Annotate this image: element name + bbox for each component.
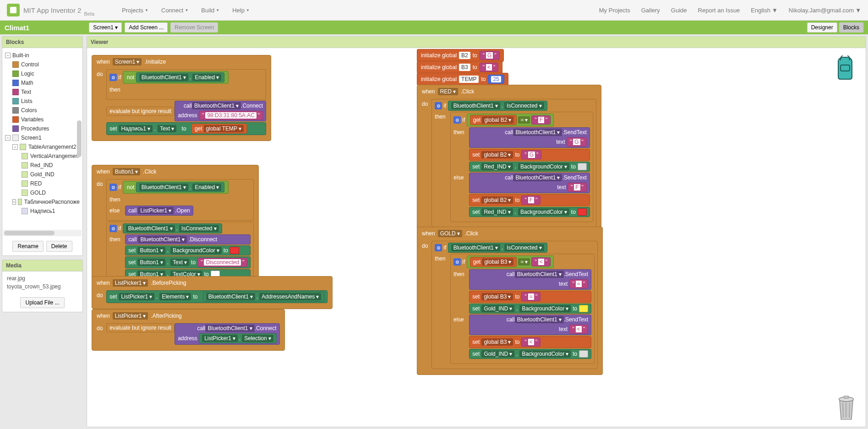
tree-nadpis1[interactable]: Надпись1 — [4, 206, 81, 216]
project-name: Climat1 — [5, 24, 29, 32]
tree-hscrollbar[interactable] — [3, 230, 82, 236]
menu-language[interactable]: English▼ — [751, 7, 778, 14]
designer-button[interactable]: Designer — [807, 22, 837, 33]
media-panel-header: Media — [2, 260, 82, 272]
block-red-click[interactable]: when RED ▾ .Click do ⚙ if BluetoothClien… — [417, 85, 601, 233]
tree-procedures[interactable]: Procedures — [4, 124, 81, 133]
menu-report[interactable]: Report an Issue — [698, 7, 740, 14]
blocks-tree[interactable]: −Built-in Control Logic Math Text Lists … — [2, 48, 82, 229]
tree-goldind[interactable]: Gold_IND — [4, 170, 81, 179]
tree-scrollbar-thumb[interactable] — [77, 120, 82, 157]
app-title: MIT App Inventor 2 — [23, 6, 81, 14]
block-init-b2[interactable]: initialize global B2 to " G " — [417, 49, 504, 62]
tree-math[interactable]: Math — [4, 78, 81, 87]
tree-text[interactable]: Text — [4, 87, 81, 97]
block-listpicker-afterpicking[interactable]: when ListPicker1 ▾ .AfterPicking do eval… — [92, 309, 285, 351]
menu-gallery[interactable]: Gallery — [641, 7, 660, 14]
upload-file-button[interactable]: Upload File ... — [20, 297, 64, 308]
main-menu: Projects▼ Connect▼ Build▼ Help▼ — [122, 7, 250, 14]
rename-button[interactable]: Rename — [12, 241, 43, 252]
tree-screen1[interactable]: −Screen1 — [4, 133, 81, 142]
block-init-temp[interactable]: initialize global TEMP to 25 — [417, 73, 508, 86]
svg-rect-0 — [841, 65, 850, 71]
top-bar: MIT App Inventor 2 Beta Projects▼ Connec… — [0, 0, 868, 21]
viewer-header: Viewer — [87, 37, 866, 48]
tree-builtin[interactable]: −Built-in — [4, 51, 81, 60]
menu-connect[interactable]: Connect▼ — [161, 7, 188, 14]
screen-selector[interactable]: Screen1 ▾ — [89, 22, 122, 33]
blocks-panel-header: Blocks — [2, 37, 82, 48]
gear-icon[interactable]: ⚙ — [453, 258, 461, 266]
block-gold-click[interactable]: when GOLD ▾ .Click do ⚙ if BluetoothClie… — [417, 227, 603, 375]
remove-screen-button[interactable]: Remove Screen — [170, 22, 218, 33]
delete-button[interactable]: Delete — [46, 241, 72, 252]
gear-icon[interactable]: ⚙ — [109, 225, 117, 232]
svg-rect-2 — [844, 396, 848, 398]
tree-tablearr2[interactable]: −TableArrangement2 — [4, 142, 81, 152]
tree-control[interactable]: Control — [4, 60, 81, 69]
menu-guide[interactable]: Guide — [671, 7, 687, 14]
tree-vertarr[interactable]: VerticalArrangemen — [4, 152, 81, 161]
trash-icon[interactable] — [836, 395, 857, 420]
gear-icon[interactable]: ⚙ — [435, 244, 442, 251]
tree-variables[interactable]: Variables — [4, 115, 81, 124]
tree-tabrus[interactable]: −ТабличноеРасположе — [4, 197, 81, 206]
gear-icon[interactable]: ⚙ — [435, 102, 442, 109]
gear-icon[interactable]: ⚙ — [109, 74, 117, 81]
blocks-panel: Blocks −Built-in Control Logic Math Text… — [2, 36, 83, 256]
media-panel: Media rear.jpg toyota_crown_53.jpeg Uplo… — [2, 260, 83, 312]
block-listpicker-beforepicking[interactable]: when ListPicker1 ▾ .BeforePicking do set… — [92, 276, 333, 309]
media-file-2[interactable]: toyota_crown_53.jpeg — [7, 282, 78, 291]
gear-icon[interactable]: ⚙ — [453, 116, 461, 124]
viewer-panel: Viewer when Screen1 ▾ .Initialize do ⚙ i… — [87, 36, 866, 427]
menu-projects[interactable]: Projects▼ — [122, 7, 148, 14]
tree-logic[interactable]: Logic — [4, 69, 81, 78]
app-logo-icon — [7, 4, 20, 16]
blocks-workspace[interactable]: when Screen1 ▾ .Initialize do ⚙ if not B… — [87, 48, 866, 427]
menu-user[interactable]: Nikolay.Jam@gmail.com▼ — [789, 7, 861, 14]
project-bar: Climat1 Screen1 ▾ Add Screen ... Remove … — [0, 21, 868, 34]
gear-icon[interactable]: ⚙ — [109, 184, 117, 191]
beta-label: Beta — [84, 11, 94, 16]
menu-build[interactable]: Build▼ — [201, 7, 219, 14]
media-file-1[interactable]: rear.jpg — [7, 274, 78, 282]
tree-gold[interactable]: GOLD — [4, 188, 81, 197]
menu-my-projects[interactable]: My Projects — [599, 7, 630, 14]
menu-help[interactable]: Help▼ — [232, 7, 250, 14]
add-screen-button[interactable]: Add Screen ... — [125, 22, 168, 33]
tree-lists[interactable]: Lists — [4, 97, 81, 106]
tree-colors[interactable]: Colors — [4, 106, 81, 115]
block-screen1-initialize[interactable]: when Screen1 ▾ .Initialize do ⚙ if not B… — [92, 55, 271, 141]
block-init-b3[interactable]: initialize global B3 to " < " — [417, 61, 502, 74]
blocks-button[interactable]: Blocks — [839, 22, 863, 33]
block-button1-click[interactable]: when Button1 ▾ .Click do ⚙ if not Blueto… — [92, 165, 259, 290]
tree-red[interactable]: RED — [4, 179, 81, 188]
left-panel: Blocks −Built-in Control Logic Math Text… — [0, 34, 85, 429]
backpack-icon[interactable] — [834, 55, 857, 80]
tree-redind[interactable]: Red_IND — [4, 161, 81, 170]
right-menu: My Projects Gallery Guide Report an Issu… — [599, 7, 861, 14]
